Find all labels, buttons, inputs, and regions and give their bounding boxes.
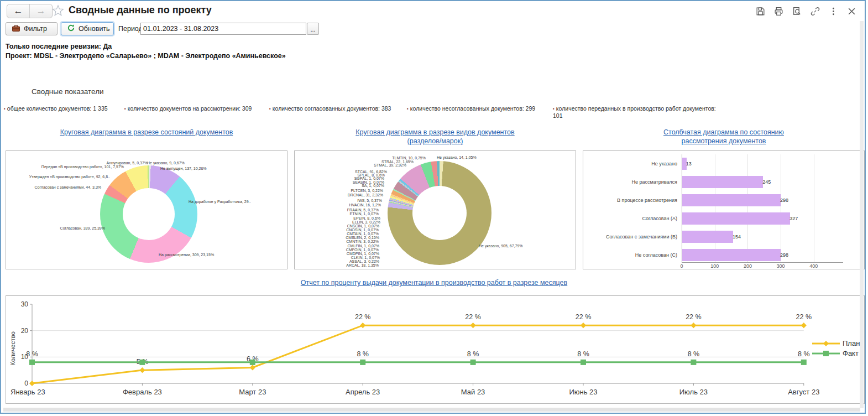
report-link[interactable]: Отчет по проценту выдачи документации в …: [1, 278, 867, 287]
summary-heading: Сводные показатели: [32, 87, 104, 96]
pie-slice-label: STRAL, 22, 1,65%: [381, 160, 414, 164]
pie1-link[interactable]: Круговая диаграмма в разрезе состояний д…: [58, 128, 235, 137]
x-tick-label: Январь 23: [11, 388, 45, 396]
x-tick-label: Февраль 23: [123, 388, 162, 396]
bar: [682, 231, 733, 243]
bullet-icon: ▪: [553, 106, 555, 111]
bar-xtick-label: 400: [809, 263, 818, 269]
bar-category-label: Не согласован (C): [589, 252, 677, 258]
bar-chart-link[interactable]: Столбчатая диаграмма по состоянию рассмо…: [649, 128, 798, 145]
point-label: 8 %: [798, 350, 810, 358]
bullet-icon: ▪: [407, 106, 409, 111]
pie-slice-label: ARCAL, 18, 1,35%: [346, 263, 379, 267]
bar-category-label: Не рассматривался: [589, 179, 677, 185]
refresh-button[interactable]: Обновить: [61, 22, 114, 35]
save-icon[interactable]: [755, 6, 766, 17]
print-icon[interactable]: [773, 6, 784, 17]
pie-slice-label: Не указано, 905, 67,79%: [479, 244, 523, 248]
marker-square: [470, 360, 476, 365]
pie-slice-label: Согласован с замечаниями, 44, 3,3%: [34, 185, 101, 189]
close-icon[interactable]: [846, 6, 857, 17]
vertical-scrollbar[interactable]: [860, 21, 864, 408]
pie-slice-label: CNSCIN, 1, 0,07%: [347, 224, 379, 228]
summary-metric: ▪количество переданных в производство ра…: [553, 105, 716, 119]
point-label: 8 %: [26, 350, 38, 358]
pie-slice-label: CMLFIN, 1, 0,07%: [347, 244, 379, 248]
back-button[interactable]: ←: [7, 4, 30, 18]
marker-square: [139, 360, 145, 365]
pie-slice-label: CMTAIN, 1, 0,07%: [347, 232, 379, 236]
marker-diamond: [139, 367, 145, 373]
point-label: 22 %: [465, 313, 481, 321]
point-label: 8 %: [577, 350, 589, 358]
bar-value-label: 298: [780, 197, 788, 203]
print-preview-icon[interactable]: [791, 6, 802, 17]
y-axis-title: Количество: [9, 331, 16, 366]
marker-diamond: [250, 365, 255, 370]
pie-slice-label: SGPAL, 1, 0,07%: [354, 176, 384, 180]
favorite-star-icon[interactable]: [52, 4, 64, 19]
pie-slice-label: ETNIN, 1, 0,07%: [349, 212, 379, 216]
bar-gridline: [747, 154, 748, 263]
y-tick-label: 20: [21, 327, 29, 335]
pie-slice-label: Передан «В производство работ», 101, 7,5…: [41, 165, 124, 169]
legend-label: Факт: [843, 349, 859, 357]
nav-history-group: ← →: [7, 4, 53, 18]
bar-chart-panel: 0100200300400Не указано13Не рассматривал…: [583, 150, 865, 269]
pie-slice-label: Аннулирован, 5, 0,37%: [107, 161, 148, 165]
period-choose-button[interactable]: ...: [307, 23, 319, 35]
header-icon-bar: [755, 6, 857, 17]
get-link-icon[interactable]: [809, 6, 820, 17]
pie-slice-label: FRAAIN, 5, 0,37%: [347, 208, 379, 212]
y-tick-label: 0: [24, 379, 28, 387]
bar-category-label: В процессе рассмотрения: [589, 197, 677, 203]
horizontal-scrollbar[interactable]: [3, 408, 860, 412]
period-input[interactable]: [140, 23, 306, 35]
pie-slice-label: CMFOIN, 1, 0,07%: [346, 248, 379, 252]
bar-y-axis: [682, 154, 682, 263]
summary-metric: ▪количество согласованных документов: 38…: [269, 105, 391, 112]
forward-button[interactable]: →: [30, 4, 52, 18]
pie-slice-label: IWS, 5, 0,37%: [357, 199, 382, 202]
marker-diamond: [360, 323, 365, 328]
pie-slice-label: Не указано, 14, 1,05%: [437, 155, 477, 159]
legend-label: План: [843, 339, 860, 347]
point-label: 22 %: [355, 313, 371, 321]
summary-metric: ▪количество несогласованных документов: …: [407, 105, 535, 112]
marker-diamond: [801, 323, 807, 328]
pie-slice-label: ASSAL, 3, 0,22%: [349, 259, 379, 263]
pie-slice-label: STCAL, 91, 6,82%: [355, 170, 387, 174]
pie-slice-label: ELLIN, 3, 0,22%: [352, 220, 380, 224]
refresh-icon: [67, 24, 75, 34]
briefcase-icon: [12, 24, 20, 34]
donut-hole: [123, 188, 175, 240]
pie-slice-label: TLMTIN, 10, 0,75%: [392, 156, 426, 160]
bar-gridline: [715, 154, 715, 263]
pie-slice-label: На рассмотрении, 309, 23,15%: [159, 253, 214, 257]
filter-info-project: Проект: MDSL - Электродепо «Саларьево» ;…: [6, 51, 286, 61]
point-label: 8 %: [357, 350, 369, 358]
pie-slice-label: SEASIN, 1, 0,07%: [353, 180, 384, 184]
summary-metric: ▪количество документов на рассмотрении: …: [124, 105, 252, 112]
pie-slice-label: CMNTIN, 3, 0,22%: [346, 240, 379, 243]
filter-button[interactable]: Фильтр: [6, 22, 57, 35]
marker-square: [360, 360, 365, 365]
pie-slice-label: SPLAL, 8, 0,6%: [358, 173, 385, 177]
marker-square: [691, 360, 696, 365]
pie2-link[interactable]: Круговая диаграмма в разрезе видов докум…: [355, 128, 515, 145]
bar-category-label: Не указано: [589, 161, 677, 167]
point-label: 22 %: [576, 313, 592, 321]
page-title: Сводные данные по проекту: [69, 4, 212, 16]
point-label: 22 %: [686, 313, 702, 321]
pie-slice-label: HVACIN, 16, 1,2%: [349, 203, 381, 207]
more-menu-icon[interactable]: [828, 6, 839, 17]
pie-slice-label: EPEIN, 8, 0,6%: [353, 216, 380, 220]
pie-slice-label: Не выпущен, 137, 10,26%: [160, 167, 207, 170]
x-tick-label: Март 23: [239, 388, 266, 396]
marker-square: [581, 360, 586, 365]
bar-value-label: 298: [780, 252, 788, 258]
marker-square: [29, 360, 35, 365]
bullet-icon: ▪: [269, 106, 271, 111]
pie-slice-label: DRCNAL, 31, 2,32%: [348, 193, 383, 197]
point-label: 8 %: [467, 350, 479, 358]
